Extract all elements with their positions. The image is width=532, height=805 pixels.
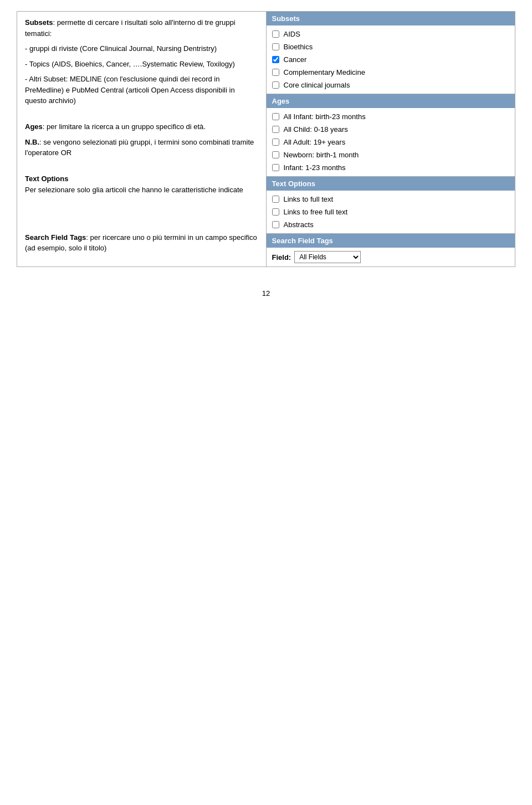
left-column: Subsets: permette di cercare i risultati… [17,12,267,267]
text-options-paragraph: Text Options Per selezionare solo glia a… [25,173,258,195]
search-field-paragraph: Search Field Tags: per ricercare uno o p… [25,232,258,254]
ages-body: All Infant: birth-23 months All Child: 0… [267,108,515,176]
infant-label: All Infant: birth-23 months [284,112,366,121]
text-options-item-full-text: Links to full text [272,193,510,206]
text-options-section: Text Options Links to full text Links to… [267,177,515,234]
ages-item-adult: All Adult: 19+ years [272,136,510,148]
nb-label: N.B. [25,138,39,146]
adult-label: All Adult: 19+ years [284,138,346,146]
ages-item-child: All Child: 0-18 years [272,123,510,136]
complementary-checkbox[interactable] [272,69,279,76]
ages-section: Ages All Infant: birth-23 months All Chi… [267,94,515,177]
ages-header: Ages [267,94,515,108]
subsets-item-core-clinical: Core clinical journals [272,79,510,91]
field-select[interactable]: All Fields [294,251,361,263]
ages-item-newborn: Newborn: birth-1 month [272,148,510,161]
ages-item-infant-23: Infant: 1-23 months [272,161,510,174]
free-full-text-checkbox[interactable] [272,208,279,216]
subsets-item-complementary: Complementary Medicine [272,66,510,79]
child-label: All Child: 0-18 years [284,125,348,134]
full-text-checkbox[interactable] [272,196,279,203]
abstracts-label: Abstracts [284,221,314,229]
text-options-item-free-full-text: Links to free full text [272,206,510,218]
cancer-checkbox[interactable] [272,56,279,63]
text-options-item-abstracts: Abstracts [272,218,510,231]
field-row: Field: All Fields [267,248,515,266]
ages-paragraph: Ages: per limitare la ricerca a un grupp… [25,121,258,132]
infant-checkbox[interactable] [272,113,279,120]
text-options-header: Text Options [267,177,515,191]
field-label: Field: [272,253,291,262]
subsets-title: Subsets [25,18,53,27]
search-field-title: Search Field Tags [25,233,86,242]
ages-title: Ages [25,122,43,131]
page-number: 12 [17,289,515,298]
ages-desc: : per limitare la ricerca a un gruppo sp… [43,122,206,131]
core-clinical-checkbox[interactable] [272,81,279,89]
adult-checkbox[interactable] [272,139,279,146]
bioethics-label: Bioethics [284,43,313,51]
ages-item-infant: All Infant: birth-23 months [272,110,510,123]
core-clinical-label: Core clinical journals [284,81,350,89]
right-column: Subsets AIDS Bioethics Cancer [266,12,515,267]
search-field-header: Search Field Tags [267,234,515,248]
subsets-list-item-3: - Altri Subset: MEDLINE (con l'esclusion… [25,74,258,106]
subsets-item-aids: AIDS [272,28,510,40]
bioethics-checkbox[interactable] [272,43,279,50]
search-field-section: Search Field Tags Field: All Fields [267,234,515,266]
subsets-body: AIDS Bioethics Cancer Complementary [267,25,515,94]
nb-paragraph: N.B.: se vengono selezionati più gruppi,… [25,137,258,158]
subsets-item-bioethics: Bioethics [272,40,510,53]
subsets-list-item-1: - gruppi di riviste (Core Clinuical Jour… [25,43,258,54]
subsets-section: Subsets AIDS Bioethics Cancer [267,12,515,94]
cancer-label: Cancer [284,55,307,64]
complementary-label: Complementary Medicine [284,68,365,76]
newborn-label: Newborn: birth-1 month [284,151,359,159]
subsets-list-item-2: - Topics (AIDS, Bioehics, Cancer, ….Syst… [25,59,258,70]
aids-label: AIDS [284,30,300,38]
child-checkbox[interactable] [272,126,279,133]
free-full-text-label: Links to free full text [284,208,348,216]
nb-desc: : se vengono selezionati più gruppi, i t… [25,138,254,157]
subsets-header: Subsets [267,12,515,25]
abstracts-checkbox[interactable] [272,221,279,228]
text-options-desc: Per selezionare solo glia articoli che h… [25,186,243,194]
full-text-label: Links to full text [284,195,334,203]
subsets-item-cancer: Cancer [272,53,510,66]
main-table: Subsets: permette di cercare i risultati… [17,11,515,267]
text-options-title: Text Options [25,175,68,183]
subsets-paragraph: Subsets: permette di cercare i risultati… [25,17,258,39]
infant-23-label: Infant: 1-23 months [284,163,346,172]
aids-checkbox[interactable] [272,30,279,38]
text-options-body: Links to full text Links to free full te… [267,191,515,233]
infant-23-checkbox[interactable] [272,164,279,171]
subsets-desc: : permette di cercare i risultati solo a… [25,18,236,38]
newborn-checkbox[interactable] [272,151,279,158]
